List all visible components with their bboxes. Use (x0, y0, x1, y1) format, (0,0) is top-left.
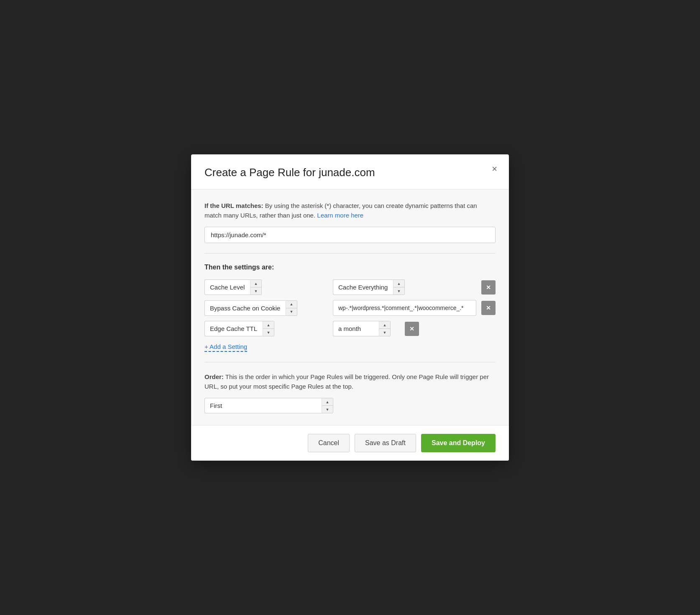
modal-header: Create a Page Rule for junade.com × (191, 154, 509, 190)
setting-row-cache-level: Cache Level ▲ ▼ Cache Everything (204, 279, 496, 295)
setting-row-bypass-cache: Bypass Cache on Cookie ▲ ▼ ✕ (204, 300, 496, 316)
edge-cache-ttl-stepper: ▲ ▼ (263, 321, 274, 336)
modal-footer: Cancel Save as Draft Save and Deploy (191, 425, 509, 461)
add-setting-button[interactable]: + Add a Setting (204, 343, 247, 352)
learn-more-link[interactable]: Learn more here (317, 212, 363, 219)
order-stepper: ▲ ▼ (322, 398, 333, 413)
cache-everything-down[interactable]: ▼ (393, 287, 404, 295)
settings-section: Then the settings are: Cache Level ▲ ▼ (204, 264, 496, 352)
bypass-cache-select[interactable]: Bypass Cache on Cookie (204, 300, 286, 316)
bypass-cache-text-input[interactable] (333, 300, 476, 316)
order-label-bold: Order: (204, 373, 224, 380)
url-section: If the URL matches: By using the asteris… (204, 201, 496, 243)
cache-level-select-wrapper: Cache Level ▲ ▼ (204, 279, 328, 295)
page-rule-modal: Create a Page Rule for junade.com × If t… (191, 154, 509, 461)
settings-grid: Cache Level ▲ ▼ Cache Everything (204, 279, 496, 336)
setting-row-edge-cache-ttl: Edge Cache TTL ▲ ▼ a month (204, 321, 496, 336)
cache-level-select[interactable]: Cache Level (204, 279, 250, 295)
month-select[interactable]: a month (333, 321, 379, 336)
modal-body: If the URL matches: By using the asteris… (191, 190, 509, 425)
modal-overlay: Create a Page Rule for junade.com × If t… (0, 0, 700, 615)
save-deploy-button[interactable]: Save and Deploy (421, 434, 496, 452)
cache-level-down[interactable]: ▼ (250, 287, 261, 295)
month-select-wrapper: a month ▲ ▼ (333, 321, 400, 336)
order-divider (204, 362, 496, 362)
cache-level-up[interactable]: ▲ (250, 280, 261, 287)
order-select-wrapper: First ▲ ▼ (204, 398, 338, 413)
cache-everything-select-wrapper: Cache Everything ▲ ▼ (333, 279, 476, 295)
bypass-cache-select-wrapper: Bypass Cache on Cookie ▲ ▼ (204, 300, 328, 316)
cache-level-stepper: ▲ ▼ (250, 279, 262, 295)
remove-bypass-cache-button[interactable]: ✕ (481, 301, 496, 315)
url-input[interactable] (204, 227, 496, 243)
order-up[interactable]: ▲ (322, 398, 333, 406)
bypass-cache-up[interactable]: ▲ (286, 301, 297, 308)
month-stepper: ▲ ▼ (379, 321, 391, 336)
edge-cache-ttl-down[interactable]: ▼ (263, 329, 274, 336)
order-section: Order: This is the order in which your P… (204, 372, 496, 413)
bypass-cache-down[interactable]: ▼ (286, 308, 297, 315)
order-description-text: This is the order in which your Page Rul… (204, 373, 489, 390)
remove-cache-level-button[interactable]: ✕ (481, 280, 496, 295)
url-description-bold: If the URL matches: (204, 202, 263, 209)
cache-everything-select[interactable]: Cache Everything (333, 279, 393, 295)
edge-cache-ttl-up[interactable]: ▲ (263, 321, 274, 329)
settings-section-label: Then the settings are: (204, 264, 496, 271)
order-down[interactable]: ▼ (322, 406, 333, 413)
edge-cache-ttl-select[interactable]: Edge Cache TTL (204, 321, 263, 336)
save-draft-button[interactable]: Save as Draft (355, 434, 416, 452)
month-down[interactable]: ▼ (379, 329, 390, 336)
edge-cache-ttl-select-wrapper: Edge Cache TTL ▲ ▼ (204, 321, 328, 336)
section-divider (204, 253, 496, 254)
order-select[interactable]: First (204, 398, 322, 413)
cache-everything-up[interactable]: ▲ (393, 280, 404, 287)
order-description: Order: This is the order in which your P… (204, 372, 496, 391)
remove-edge-cache-ttl-button[interactable]: ✕ (405, 322, 419, 336)
close-button[interactable]: × (488, 163, 501, 175)
month-up[interactable]: ▲ (379, 321, 390, 329)
bypass-cache-stepper: ▲ ▼ (286, 300, 297, 316)
modal-title: Create a Page Rule for junade.com (204, 166, 496, 179)
cache-everything-stepper: ▲ ▼ (393, 279, 405, 295)
cancel-button[interactable]: Cancel (308, 434, 350, 452)
url-description: If the URL matches: By using the asteris… (204, 201, 496, 220)
